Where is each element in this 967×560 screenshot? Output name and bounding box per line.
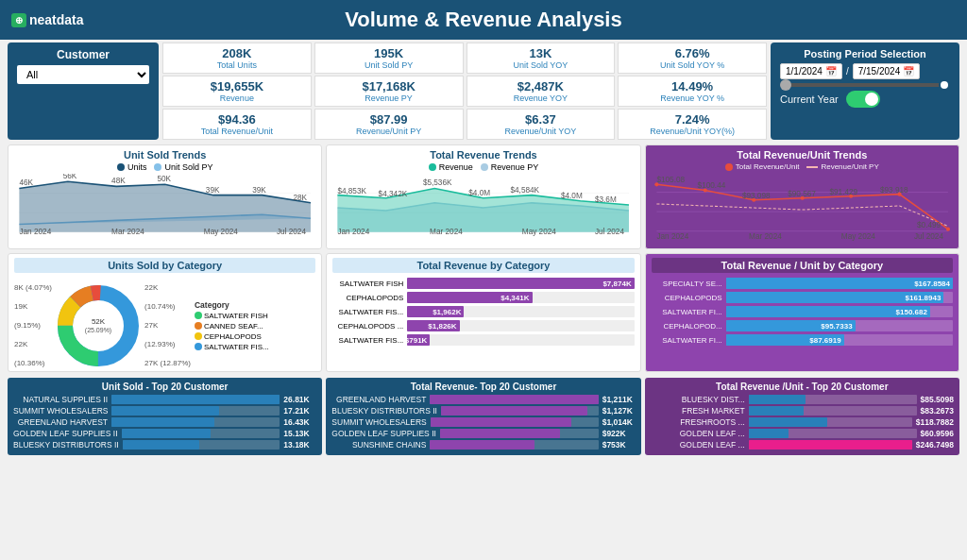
legend-sw-label: SALTWATER FISH bbox=[204, 312, 268, 320]
kpi-revenue-yoy-value: $2,487K bbox=[473, 79, 609, 93]
rev-unit-legend: Total Revenue/Unit Revenue/Unit PY bbox=[652, 162, 953, 171]
rev-cat-val-4: $791K bbox=[405, 336, 428, 345]
rev-unit-category-card: Total Revenue / Unit by Category SPECIAL… bbox=[645, 253, 959, 372]
top20-revenue-bar-3 bbox=[440, 429, 561, 438]
top20-units-label-2: GREENLAND HARVEST bbox=[13, 417, 108, 427]
top20-units-label-3: GOLDEN LEAF SUPPLIES II bbox=[13, 429, 118, 438]
total-revenue-trends-card: Total Revenue Trends Revenue Revenue PY … bbox=[326, 144, 640, 249]
top20-units-val-3: 15.13K bbox=[283, 429, 316, 438]
total-revenue-chart: $4,853K $4,342K $5,536K $4.0M $4,584K $4… bbox=[332, 174, 634, 242]
top20-ru-row-1: FRESH MARKET $83.2673 bbox=[651, 406, 954, 416]
top20-ru-label-1: FRESH MARKET bbox=[651, 406, 745, 416]
top20-ru-label-4: GOLDEN LEAF ... bbox=[651, 440, 745, 450]
current-year-toggle[interactable] bbox=[846, 91, 880, 108]
legend-units-py: Unit Sold PY bbox=[154, 162, 212, 172]
top20-revenue-label-2: SUMMIT WHOLESALERS bbox=[331, 417, 426, 427]
ru-cat-val-3: $95.7333 bbox=[821, 322, 852, 331]
svg-text:$4,853K: $4,853K bbox=[338, 187, 367, 195]
svg-text:$93.098: $93.098 bbox=[742, 192, 771, 200]
revenue-by-category-card: Total Revenue by Category SALTWATER FISH… bbox=[326, 253, 640, 372]
rev-cat-row-1: CEPHALOPODS $4,341K bbox=[332, 292, 634, 303]
top20-revenue-bar-4 bbox=[430, 440, 534, 450]
rev-cat-label-1: CEPHALOPODS bbox=[332, 294, 403, 302]
top20-ru-val-1: $83.2673 bbox=[921, 406, 954, 416]
kpi-unit-sold-yoy-pct-value: 6.76% bbox=[624, 46, 760, 60]
top20-ru-bar-4 bbox=[749, 440, 912, 450]
date-slider[interactable] bbox=[780, 83, 950, 87]
top20-ru-bar-0 bbox=[749, 395, 806, 404]
top20-ru-bar-container-3 bbox=[749, 429, 917, 438]
top20-units-row-2: GREENLAND HARVEST 16.43K bbox=[13, 417, 316, 427]
date-from-field[interactable]: 1/1/2024 📅 bbox=[780, 63, 842, 79]
kpi-revenue-py-label: Revenue PY bbox=[321, 93, 457, 103]
legend-rev-unit-py: Revenue/Unit PY bbox=[806, 162, 878, 171]
kpi-total-units: 208K Total Units bbox=[162, 42, 312, 74]
period-label: Current Year bbox=[780, 93, 839, 105]
top20-units-title: Unit Sold - Top 20 Customer bbox=[13, 382, 316, 392]
ru-cat-row-0: SPECIALTY SE... $167.8584 bbox=[652, 278, 953, 289]
ru-cat-row-4: SALTWATER FI... $87.6919 bbox=[652, 334, 953, 346]
ru-cat-bar-3: $95.7333 bbox=[726, 320, 856, 331]
top20-revenue-label-3: GOLDEN LEAF SUPPLIES II bbox=[331, 429, 436, 438]
top20-revenue-val-3: $922K bbox=[602, 429, 636, 438]
top20-revenue-card: Total Revenue- Top 20 Customer GREENLAND… bbox=[326, 378, 640, 455]
top20-units-bar-4 bbox=[123, 440, 200, 450]
svg-text:$4.0M: $4.0M bbox=[469, 189, 491, 197]
svg-text:$93.918: $93.918 bbox=[880, 186, 908, 195]
rev-cat-row-0: SALTWATER FISH $7,874K bbox=[332, 278, 634, 289]
top20-ru-row-2: FRESHROOTS ... $118.7882 bbox=[651, 417, 954, 427]
top20-ru-val-2: $118.7882 bbox=[916, 417, 954, 427]
rev-cat-row-3: CEPHALOPODS ... $1,826K bbox=[332, 320, 634, 331]
logo-icon: ⊕ bbox=[11, 13, 26, 27]
top20-units-val-1: 17.21K bbox=[283, 406, 316, 416]
top20-ru-bar-container-2 bbox=[749, 417, 912, 427]
top20-units-row-1: SUMMIT WHOLESALERS 17.21K bbox=[13, 406, 316, 416]
svg-text:$4,342K: $4,342K bbox=[379, 190, 408, 198]
kpi-rev-unit-label: Total Revenue/Unit bbox=[169, 127, 305, 136]
cat-label-r5: 27K (12.87%) bbox=[144, 359, 191, 367]
logo-text: neatdata bbox=[29, 12, 84, 27]
top20-ru-row-0: BLUESKY DIST... $85.5098 bbox=[651, 395, 954, 404]
kpi-revenue-yoy-pct-label: Revenue YOY % bbox=[624, 93, 760, 103]
customer-filter: Customer All bbox=[8, 42, 159, 140]
kpi-unit-sold-py-label: Unit Sold PY bbox=[321, 60, 457, 70]
ru-cat-bar-2: $150.682 bbox=[726, 306, 930, 317]
top20-row: Unit Sold - Top 20 Customer NATURAL SUPP… bbox=[0, 374, 967, 457]
rev-cat-label-2: SALTWATER FIS... bbox=[332, 308, 403, 316]
top20-units-bar-3 bbox=[122, 429, 211, 438]
svg-text:$105.08: $105.08 bbox=[656, 176, 685, 184]
legend-rev-unit-py-dot bbox=[806, 166, 818, 168]
kpi-revenue-value: $19,655K bbox=[169, 79, 305, 93]
date-to-field[interactable]: 7/15/2024 📅 bbox=[853, 63, 921, 79]
category-charts-row: Units Sold by Category 8K (4.07%) 19K (9… bbox=[0, 251, 967, 374]
svg-text:52K: 52K bbox=[92, 317, 106, 326]
slider-thumb-right[interactable] bbox=[939, 79, 950, 91]
top20-revenue-bar-container-0 bbox=[430, 395, 598, 404]
rev-cat-bar-4: $791K bbox=[407, 334, 430, 346]
top20-revenue-val-0: $1,211K bbox=[602, 395, 636, 404]
ru-cat-bar-4: $87.6919 bbox=[726, 334, 844, 346]
header: ⊕ neatdata Volume & Revenue Analysis bbox=[0, 0, 967, 40]
top20-rev-unit-card: Total Revenue /Unit - Top 20 Customer BL… bbox=[645, 378, 959, 455]
top20-ru-bar-3 bbox=[749, 429, 789, 438]
top20-revenue-bar-2 bbox=[431, 417, 571, 427]
ru-cat-val-4: $87.6919 bbox=[809, 336, 840, 345]
slider-thumb-left[interactable] bbox=[780, 79, 791, 91]
top20-ru-val-4: $246.7498 bbox=[916, 440, 954, 450]
revenue-by-category-title: Total Revenue by Category bbox=[332, 258, 634, 273]
svg-text:$4.0M: $4.0M bbox=[561, 192, 583, 200]
top20-units-val-2: 16.43K bbox=[283, 417, 316, 427]
cat-label-r3: 27K bbox=[144, 321, 191, 330]
kpi-rev-unit-yoy-pct-value: 7.24% bbox=[624, 112, 760, 127]
legend-units-py-dot bbox=[154, 163, 161, 171]
legend-revenue-label: Revenue bbox=[439, 162, 473, 172]
svg-text:39K: 39K bbox=[206, 186, 220, 195]
legend-units-dot bbox=[117, 163, 125, 171]
top20-revenue-title: Total Revenue- Top 20 Customer bbox=[331, 382, 635, 392]
top20-ru-bar-container-1 bbox=[749, 406, 917, 416]
customer-select[interactable]: All bbox=[17, 65, 149, 84]
top20-revenue-label-1: BLUESKY DISTRIBUTORS II bbox=[331, 406, 437, 416]
legend-units-py-label: Unit Sold PY bbox=[164, 162, 212, 172]
svg-text:$100.44: $100.44 bbox=[697, 181, 725, 190]
period-toggle: Current Year bbox=[780, 91, 950, 108]
